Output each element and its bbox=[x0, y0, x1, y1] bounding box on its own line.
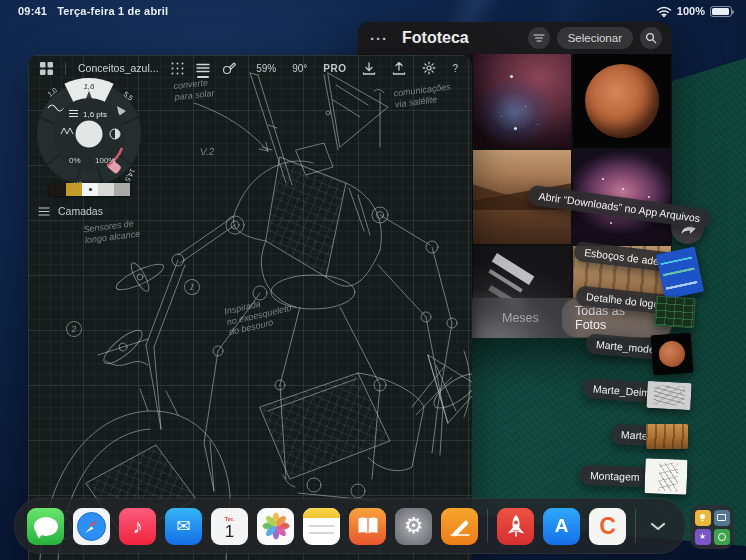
layers-list-icon bbox=[38, 207, 50, 216]
ipad-screen: ··· Fototeca Selecionar Meses T bbox=[0, 0, 746, 560]
mini-app-circle-icon bbox=[714, 529, 730, 545]
app-sketch-pen[interactable] bbox=[441, 508, 478, 545]
swatch-gray[interactable] bbox=[114, 183, 130, 196]
layers-label: Camadas bbox=[58, 205, 103, 217]
opacity-min: 0% bbox=[69, 156, 81, 165]
layers-panel-header[interactable]: Camadas bbox=[38, 205, 103, 217]
swatch-light-gray[interactable] bbox=[98, 183, 114, 196]
app-library-button[interactable]: ★ bbox=[690, 505, 734, 549]
status-bar: 09:41 Terça-feira 1 de abril 100% bbox=[0, 0, 746, 22]
filter-button[interactable] bbox=[528, 27, 550, 49]
concepts-toolbar: Conceitos_azul... bbox=[28, 55, 472, 81]
drag-label-montagem[interactable]: Montagem bbox=[580, 465, 650, 487]
tab-meses[interactable]: Meses bbox=[502, 311, 539, 325]
app-mail[interactable]: ✉ bbox=[165, 508, 202, 545]
concepts-c-icon: C bbox=[599, 513, 616, 540]
dock-divider bbox=[635, 509, 636, 543]
rotation-value[interactable]: 90° bbox=[292, 63, 307, 74]
chat-bubble-icon bbox=[34, 517, 58, 536]
thumb-orange-painting[interactable] bbox=[646, 424, 688, 449]
app-photos[interactable] bbox=[257, 508, 294, 545]
mini-app-bulb-icon bbox=[695, 510, 711, 526]
help-button[interactable]: ? bbox=[452, 63, 458, 74]
thumb-line-drawing[interactable] bbox=[644, 458, 687, 494]
swatch-white-selected[interactable] bbox=[82, 183, 98, 196]
search-icon bbox=[645, 32, 657, 44]
toolbar-divider bbox=[65, 62, 66, 75]
app-music[interactable]: ♪ bbox=[119, 508, 156, 545]
calendar-day: 1 bbox=[225, 523, 234, 540]
filter-icon bbox=[533, 33, 545, 43]
app-concepts[interactable]: C bbox=[589, 508, 626, 545]
app-rocket[interactable] bbox=[497, 508, 534, 545]
settings-gear-icon[interactable] bbox=[422, 61, 436, 75]
stroke-size-value: 1,6 pts bbox=[83, 110, 107, 119]
swatch-gold[interactable] bbox=[66, 183, 82, 196]
pro-badge[interactable]: PRO bbox=[323, 63, 346, 74]
battery-percent: 100% bbox=[677, 5, 705, 17]
date: Terça-feira 1 de abril bbox=[57, 5, 168, 17]
concepts-window[interactable]: Conceitos_azul... bbox=[28, 55, 472, 560]
open-book-icon bbox=[356, 516, 380, 536]
annotation-version: V.2 bbox=[200, 147, 215, 158]
window-more-button[interactable]: ··· bbox=[370, 30, 388, 47]
app-notes[interactable] bbox=[303, 508, 340, 545]
dock-divider bbox=[487, 509, 488, 543]
gear-icon: ⚙ bbox=[404, 513, 424, 539]
chevron-down-icon bbox=[650, 522, 666, 531]
wifi-icon bbox=[656, 6, 672, 17]
mini-app-camera-icon bbox=[714, 510, 730, 526]
clock: 09:41 bbox=[18, 5, 47, 17]
layers-tool-button[interactable] bbox=[196, 63, 210, 73]
dock: ♪ ✉ Ter. 1 bbox=[14, 498, 686, 554]
photo-horsehead-nebula[interactable] bbox=[473, 54, 571, 148]
import-icon[interactable] bbox=[362, 62, 376, 75]
thumb-mars-photo[interactable] bbox=[651, 333, 694, 376]
wheel-size-top: 1,6 bbox=[83, 82, 95, 91]
lines-icon bbox=[196, 63, 210, 73]
projects-grid-icon[interactable] bbox=[40, 62, 53, 75]
app-messages[interactable] bbox=[27, 508, 64, 545]
app-books[interactable] bbox=[349, 508, 386, 545]
battery-icon bbox=[710, 6, 732, 17]
notes-lines bbox=[303, 518, 340, 545]
select-button[interactable]: Selecionar bbox=[557, 27, 633, 49]
fototeca-titlebar[interactable]: ··· Fototeca Selecionar bbox=[358, 22, 672, 54]
color-palette bbox=[50, 183, 130, 196]
thumb-pencil-sketch[interactable] bbox=[646, 381, 691, 410]
notes-header bbox=[303, 508, 340, 518]
search-button[interactable] bbox=[640, 27, 662, 49]
swatch-black[interactable] bbox=[50, 183, 66, 196]
thumb-green-circuit[interactable] bbox=[654, 296, 696, 329]
app-settings[interactable]: ⚙ bbox=[395, 508, 432, 545]
compass-icon bbox=[76, 511, 107, 542]
precision-grid-button[interactable] bbox=[171, 62, 184, 75]
shape-pen-icon bbox=[222, 62, 236, 75]
wheel-center-button[interactable] bbox=[76, 121, 103, 148]
document-title[interactable]: Conceitos_azul... bbox=[78, 62, 159, 74]
export-icon[interactable] bbox=[392, 62, 406, 75]
app-calendar[interactable]: Ter. 1 bbox=[211, 508, 248, 545]
fototeca-title: Fototeca bbox=[402, 29, 469, 47]
rocket-icon bbox=[504, 513, 528, 539]
mini-app-star-icon: ★ bbox=[695, 529, 711, 545]
music-note-icon: ♪ bbox=[133, 515, 143, 538]
photo-mars-globe[interactable] bbox=[573, 54, 671, 148]
app-appstore[interactable]: A bbox=[543, 508, 580, 545]
dock-collapse-button[interactable] bbox=[645, 508, 671, 545]
pen-icon bbox=[447, 513, 473, 539]
opacity-max: 100% bbox=[95, 156, 115, 165]
shapes-tool-button[interactable] bbox=[222, 62, 236, 75]
tool-wheel[interactable]: 1,6 1,0 5,5 6,0 14,5 1,6 pts 0% 100% bbox=[31, 76, 147, 192]
envelope-icon: ✉ bbox=[176, 516, 190, 537]
photos-flower-icon bbox=[261, 511, 291, 541]
zoom-level[interactable]: 59% bbox=[256, 63, 276, 74]
dots-grid-icon bbox=[171, 62, 184, 75]
appstore-a-icon: A bbox=[555, 515, 569, 537]
app-safari[interactable] bbox=[73, 508, 110, 545]
